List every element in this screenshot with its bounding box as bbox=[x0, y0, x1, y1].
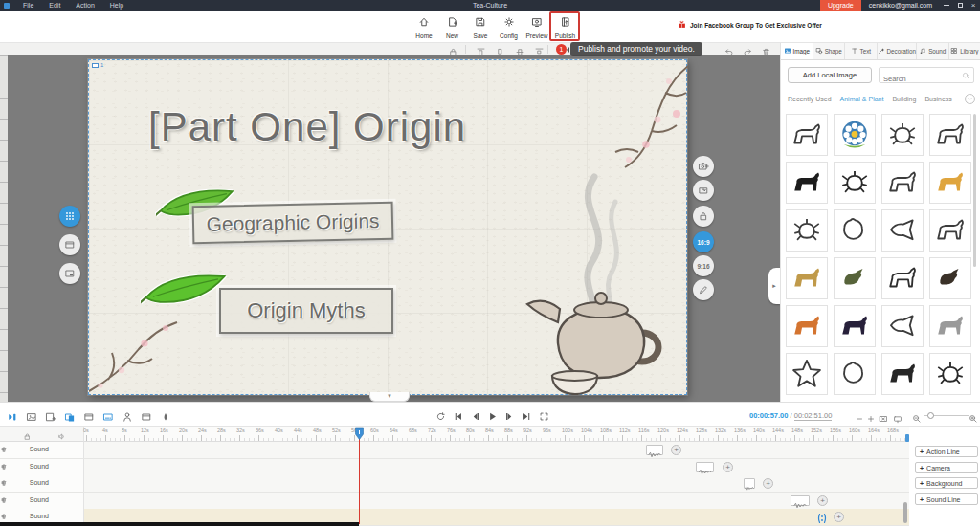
align-icon-align-top[interactable] bbox=[476, 44, 487, 55]
add-sound-line-button[interactable]: +Sound Line bbox=[915, 493, 978, 505]
canvas-tool-grid[interactable] bbox=[59, 206, 80, 227]
canvas-tool-lock-open[interactable] bbox=[693, 206, 714, 227]
align-icon-align-bottom[interactable] bbox=[495, 44, 506, 55]
facebook-offer-link[interactable]: Join Facebook Group To Get Exclusive Off… bbox=[678, 20, 822, 30]
toolbar-button-new[interactable]: New bbox=[438, 12, 467, 41]
slide-item-origin-myths[interactable]: Origin Myths bbox=[219, 288, 393, 334]
track-content[interactable]: + bbox=[84, 475, 909, 492]
tab-decoration[interactable]: Decoration bbox=[878, 43, 917, 59]
add-local-image-button[interactable]: Add Local Image bbox=[788, 67, 872, 83]
asset-image-kiwi-bird[interactable] bbox=[929, 257, 971, 299]
asset-image-shark[interactable] bbox=[881, 209, 924, 252]
search-box[interactable] bbox=[879, 67, 974, 83]
timeline-tool-image-track[interactable] bbox=[26, 409, 38, 422]
asset-image-cheetah[interactable] bbox=[786, 257, 828, 299]
zoom-slider-knob[interactable] bbox=[927, 412, 934, 419]
menu-item-edit[interactable]: Edit bbox=[41, 0, 68, 11]
asset-image-fox[interactable] bbox=[786, 305, 828, 347]
audio-clip[interactable] bbox=[646, 445, 663, 455]
panel-scrollbar[interactable] bbox=[973, 114, 976, 267]
canvas-tool-frame-select[interactable] bbox=[59, 263, 80, 284]
clip-trim-handle[interactable] bbox=[816, 511, 828, 523]
search-input[interactable] bbox=[880, 72, 960, 86]
asset-image-spider[interactable] bbox=[929, 353, 971, 395]
timeline-tool-collapse-timeline[interactable] bbox=[7, 409, 19, 422]
slide-canvas[interactable]: 1 [Part One] Origin Geographic Origins O… bbox=[88, 59, 687, 395]
playhead-pin[interactable] bbox=[355, 427, 364, 440]
category-animal-plant[interactable]: Animal & Plant bbox=[840, 96, 884, 102]
tab-library[interactable]: Library bbox=[949, 43, 980, 59]
track-content[interactable]: + bbox=[84, 493, 909, 509]
skip-start-button[interactable] bbox=[453, 408, 463, 426]
canvas-tool-9-16[interactable]: 9:16 bbox=[693, 255, 714, 276]
timeline-tool-frame[interactable] bbox=[83, 409, 96, 422]
slide-item-geographic-origins[interactable]: Geographic Origins bbox=[192, 202, 394, 244]
asset-image-starfish[interactable] bbox=[786, 353, 828, 395]
slide-checkbox[interactable] bbox=[92, 63, 99, 68]
fullscreen-button[interactable] bbox=[539, 408, 549, 426]
minus-icon[interactable] bbox=[855, 410, 865, 421]
toolbar-button-home[interactable]: Home bbox=[410, 12, 438, 41]
minimize-button[interactable] bbox=[940, 0, 953, 11]
add-clip-button[interactable]: + bbox=[763, 478, 773, 489]
asset-image-crab[interactable] bbox=[786, 209, 828, 252]
undo-icon[interactable] bbox=[724, 44, 735, 55]
more-categories-button[interactable] bbox=[965, 94, 975, 104]
asset-image-eagle-head[interactable] bbox=[834, 353, 876, 395]
asset-image-polar-bear[interactable] bbox=[834, 209, 876, 252]
upgrade-button[interactable]: Upgrade bbox=[820, 0, 861, 11]
mag-minus-icon[interactable] bbox=[912, 410, 923, 421]
add-background-button[interactable]: +Background bbox=[915, 477, 978, 489]
timeline-tool-character[interactable] bbox=[122, 409, 134, 422]
asset-image-skunk[interactable] bbox=[786, 162, 828, 204]
skip-end-button[interactable] bbox=[522, 408, 532, 426]
asset-image-deer[interactable] bbox=[786, 114, 828, 156]
add-clip-button[interactable]: + bbox=[834, 512, 844, 522]
asset-image-daisy-flower[interactable] bbox=[834, 114, 876, 156]
asset-image-octopus[interactable] bbox=[881, 114, 924, 156]
track-scrollbar[interactable] bbox=[903, 502, 907, 523]
menu-item-action[interactable]: Action bbox=[68, 0, 101, 11]
maximize-button[interactable] bbox=[953, 0, 967, 11]
toolbar-button-save[interactable]: Save bbox=[466, 12, 495, 41]
menu-item-file[interactable]: File bbox=[15, 0, 41, 11]
remove-frame-icon[interactable] bbox=[879, 410, 889, 421]
toolbar-button-preview[interactable]: Preview bbox=[523, 12, 551, 41]
align-icon-align-middle[interactable] bbox=[515, 44, 526, 55]
category-business[interactable]: Business bbox=[924, 96, 951, 102]
track-content[interactable]: + bbox=[84, 459, 909, 475]
slide-number-chip[interactable]: 1 bbox=[92, 62, 103, 68]
volume-icon[interactable] bbox=[57, 429, 66, 438]
timeline-tool-subtitle[interactable] bbox=[102, 409, 115, 422]
step-forward-button[interactable] bbox=[504, 408, 515, 426]
track-content[interactable]: + bbox=[84, 442, 909, 458]
step-back-button[interactable] bbox=[470, 408, 480, 426]
canvas-tool-pencil[interactable] bbox=[693, 279, 714, 300]
audio-clip[interactable] bbox=[791, 495, 810, 506]
timeline-tool-ink[interactable] bbox=[160, 409, 172, 422]
category-building[interactable]: Building bbox=[892, 96, 916, 102]
plus-icon[interactable] bbox=[866, 410, 877, 421]
timeline-tool-transition[interactable] bbox=[64, 409, 77, 422]
asset-image-camel[interactable] bbox=[881, 162, 924, 204]
add-camera-button[interactable]: +Camera bbox=[915, 462, 978, 473]
tab-image[interactable]: Image bbox=[781, 43, 813, 59]
canvas-tool-frame[interactable] bbox=[59, 234, 80, 255]
play-button[interactable] bbox=[487, 408, 498, 426]
marker-icon[interactable] bbox=[893, 410, 903, 421]
asset-image-mouse[interactable] bbox=[881, 353, 924, 395]
timeline-collapse-tab[interactable]: ▼ bbox=[369, 392, 410, 402]
redo-icon[interactable] bbox=[743, 44, 754, 55]
leaf-decoration[interactable] bbox=[141, 267, 229, 309]
canvas-tool-camera-rotate[interactable] bbox=[693, 180, 714, 201]
add-clip-button[interactable]: + bbox=[817, 495, 828, 506]
timeline-tool-record-mic[interactable] bbox=[141, 409, 153, 422]
audio-clip[interactable] bbox=[744, 478, 755, 489]
canvas-tool-camera-add[interactable] bbox=[693, 156, 714, 177]
asset-image-zebra[interactable] bbox=[881, 257, 924, 299]
timeline-end-marker[interactable] bbox=[905, 434, 909, 442]
slide-title-text[interactable]: [Part One] Origin bbox=[148, 104, 466, 150]
menu-item-help[interactable]: Help bbox=[102, 0, 131, 11]
panel-collapse-flap[interactable]: ▸ bbox=[768, 268, 780, 304]
asset-image-duck[interactable] bbox=[834, 257, 876, 299]
